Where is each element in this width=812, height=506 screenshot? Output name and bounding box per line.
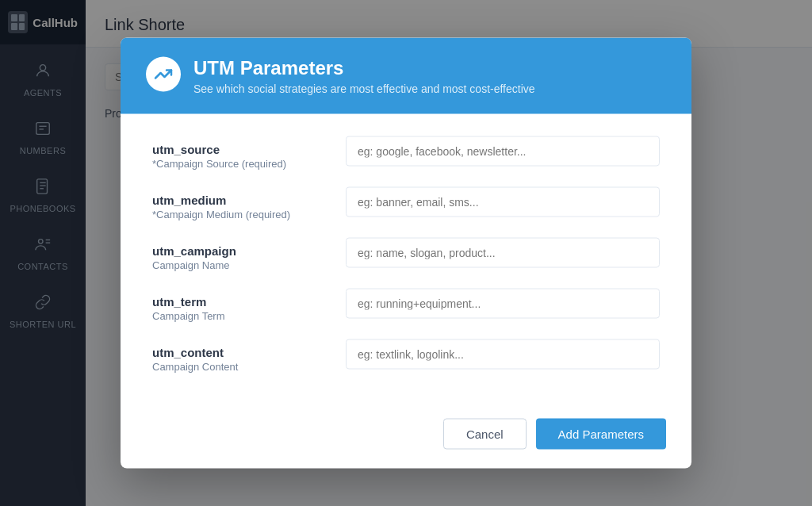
utm-term-label: utm_term xyxy=(152,295,327,309)
utm-term-sub: Campaign Term xyxy=(152,310,327,322)
utm-medium-input[interactable] xyxy=(346,187,660,217)
modal-title: UTM Parameters xyxy=(193,57,535,79)
utm-content-sub: Campaign Content xyxy=(152,361,327,373)
utm-campaign-input[interactable] xyxy=(346,238,660,268)
modal-header-text: UTM Parameters See which social strategi… xyxy=(193,57,535,95)
utm-medium-label: utm_medium xyxy=(152,194,327,207)
modal-footer: Cancel Add Parameters xyxy=(121,406,691,469)
utm-campaign-label: utm_campaign xyxy=(152,244,327,258)
modal-body: utm_source *Campaign Source (required) u… xyxy=(121,114,691,406)
utm-content-input[interactable] xyxy=(346,339,660,370)
form-row-utm-campaign: utm_campaign Campaign Name xyxy=(152,238,660,271)
utm-source-sub: *Campaign Source (required) xyxy=(152,158,327,170)
add-parameters-button[interactable]: Add Parameters xyxy=(536,419,666,450)
form-row-utm-source: utm_source *Campaign Source (required) xyxy=(152,136,660,170)
modal-header: UTM Parameters See which social strategi… xyxy=(121,38,691,114)
form-row-utm-medium: utm_medium *Campaign Medium (required) xyxy=(152,187,660,220)
utm-term-input[interactable] xyxy=(346,289,660,319)
form-row-utm-content: utm_content Campaign Content xyxy=(152,339,660,373)
utm-modal: UTM Parameters See which social strategi… xyxy=(121,38,691,469)
utm-source-label: utm_source xyxy=(152,143,327,156)
utm-medium-sub: *Campaign Medium (required) xyxy=(152,209,327,220)
utm-campaign-sub: Campaign Name xyxy=(152,259,327,271)
cancel-button[interactable]: Cancel xyxy=(443,419,527,450)
analytics-icon xyxy=(154,65,173,84)
utm-content-label: utm_content xyxy=(152,346,327,359)
form-row-utm-term: utm_term Campaign Term xyxy=(152,289,660,322)
modal-subtitle: See which social strategies are most eff… xyxy=(193,82,535,95)
utm-source-input[interactable] xyxy=(346,136,660,167)
utm-icon-circle xyxy=(146,57,181,92)
